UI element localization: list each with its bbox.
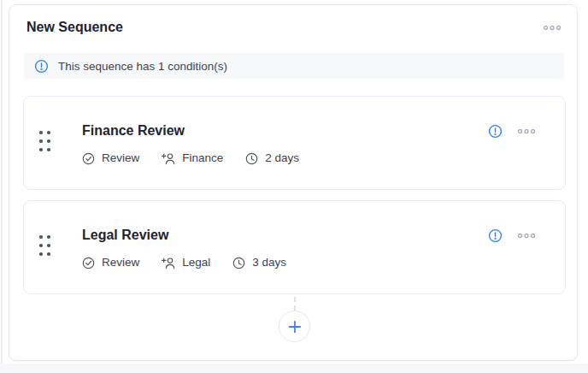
ellipsis-icon bbox=[517, 128, 536, 134]
check-circle-icon bbox=[82, 152, 95, 165]
plus-icon bbox=[288, 320, 302, 334]
step-title: Finance Review bbox=[82, 122, 185, 139]
step-meta-duration-label: 3 days bbox=[252, 256, 286, 269]
step-card-legal-review[interactable]: Legal Review Review Legal bbox=[23, 200, 566, 294]
step-meta-assignee-label: Legal bbox=[182, 256, 210, 269]
user-add-icon bbox=[162, 152, 175, 165]
exclamation-circle-icon[interactable] bbox=[488, 228, 503, 243]
ellipsis-icon bbox=[517, 233, 536, 239]
step-connector-line bbox=[294, 297, 296, 311]
exclamation-circle-icon[interactable] bbox=[488, 124, 503, 139]
sequence-title: New Sequence bbox=[26, 19, 123, 36]
step-list: Finance Review Review Finance bbox=[23, 96, 566, 305]
step-meta-duration: 3 days bbox=[232, 256, 286, 269]
user-add-icon bbox=[162, 257, 175, 269]
step-meta-assignee: Finance bbox=[162, 151, 223, 165]
exclamation-circle-icon bbox=[34, 59, 49, 74]
condition-banner: This sequence has 1 condition(s) bbox=[24, 53, 564, 79]
step-meta-row: Review Legal 3 days bbox=[82, 256, 286, 269]
drag-handle-icon[interactable] bbox=[38, 234, 51, 257]
step-meta-type: Review bbox=[82, 151, 139, 165]
check-circle-icon bbox=[82, 257, 95, 269]
step-meta-type-label: Review bbox=[102, 256, 139, 269]
step-meta-type: Review bbox=[82, 256, 139, 269]
clock-icon bbox=[245, 152, 258, 165]
step-meta-type-label: Review bbox=[102, 151, 139, 165]
drag-handle-icon[interactable] bbox=[38, 130, 51, 152]
step-meta-duration-label: 2 days bbox=[265, 151, 299, 165]
add-step-button[interactable] bbox=[279, 311, 310, 342]
sequence-menu-button[interactable] bbox=[541, 23, 563, 33]
step-meta-duration: 2 days bbox=[245, 151, 299, 165]
step-meta-assignee-label: Finance bbox=[182, 151, 223, 165]
step-actions bbox=[488, 228, 538, 243]
clock-icon bbox=[232, 257, 245, 269]
step-menu-button[interactable] bbox=[515, 127, 538, 136]
ellipsis-icon bbox=[543, 25, 562, 31]
step-meta-row: Review Finance 2 days bbox=[82, 151, 299, 165]
condition-banner-text: This sequence has 1 condition(s) bbox=[58, 60, 227, 73]
step-menu-button[interactable] bbox=[515, 231, 538, 240]
page-left-divider bbox=[1, 0, 3, 373]
sequence-panel-header: New Sequence bbox=[26, 19, 563, 36]
step-title: Legal Review bbox=[82, 227, 168, 243]
step-actions bbox=[488, 124, 538, 139]
step-card-finance-review[interactable]: Finance Review Review Finance bbox=[23, 96, 566, 190]
step-meta-assignee: Legal bbox=[162, 256, 210, 269]
page-bottom-background bbox=[0, 364, 588, 373]
sequence-panel: New Sequence This sequence has 1 conditi… bbox=[9, 4, 578, 361]
